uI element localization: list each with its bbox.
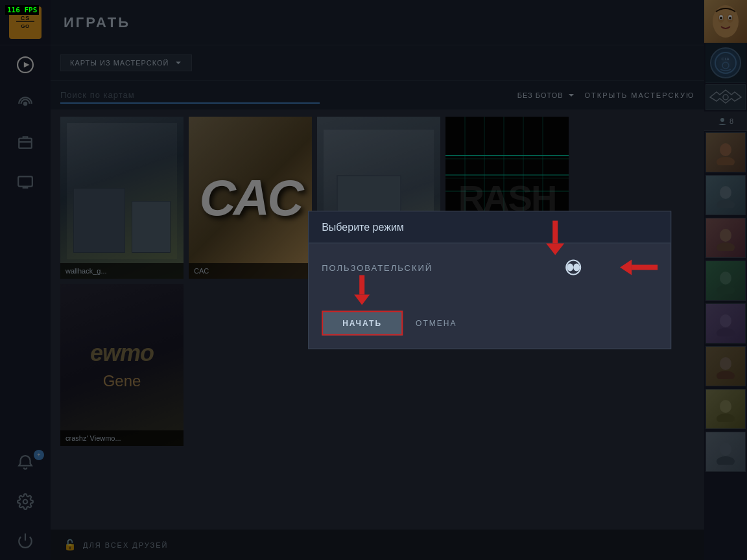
annotation-arrow-start (355, 275, 370, 305)
start-button[interactable]: НАЧАТЬ (322, 311, 403, 336)
mode-row: ПОЛЬЗОВАТЕЛЬСКИЙ (322, 260, 658, 275)
annotation-arrow-right (620, 260, 658, 275)
mode-label: ПОЛЬЗОВАТЕЛЬСКИЙ (322, 262, 433, 272)
annotation-arrow-down (546, 221, 564, 255)
mode-radio-button[interactable] (565, 260, 581, 275)
fps-counter: 116 FPS (5, 5, 39, 15)
modal-footer: НАЧАТЬ ОТМЕНА (309, 311, 670, 349)
mode-select-modal: Выберите режим ПОЛЬЗОВАТЕЛЬСКИЙ (308, 211, 671, 349)
cancel-button[interactable]: ОТМЕНА (416, 319, 456, 328)
modal-title: Выберите режим (309, 212, 670, 244)
